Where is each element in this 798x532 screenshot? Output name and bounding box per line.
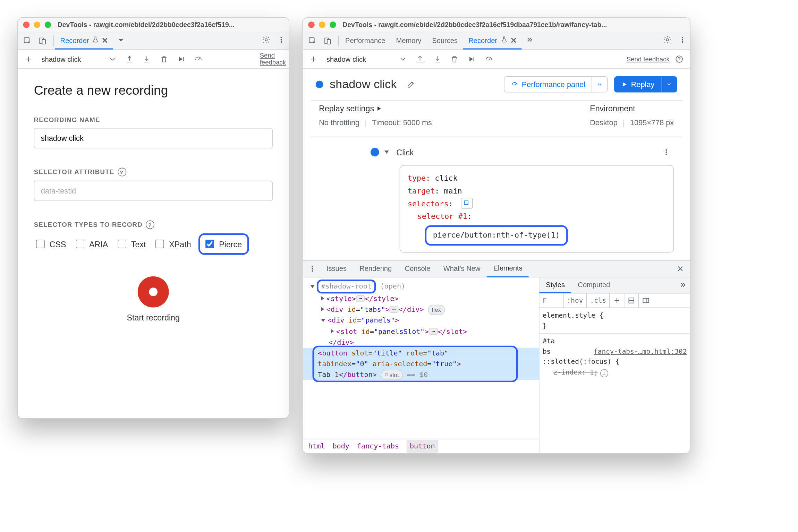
checkbox-text[interactable]: Text [116,238,146,250]
checkbox-xpath[interactable]: XPath [153,238,191,250]
svg-point-4 [265,39,267,41]
breadcrumb-button[interactable]: button [407,440,438,453]
delete-icon[interactable] [447,52,462,67]
chevron-right-icon[interactable] [331,329,334,333]
chevron-down-icon[interactable] [592,77,608,92]
close-tab-icon[interactable] [511,36,516,44]
zoom-window-icon[interactable] [330,22,336,28]
step-over-icon[interactable] [173,52,188,67]
performance-panel-button[interactable]: Performance panel [504,76,608,93]
styles-tab-computed[interactable]: Computed [571,277,617,293]
inspect-element-icon[interactable] [305,33,320,48]
breadcrumb-body[interactable]: body [332,441,349,452]
close-window-icon[interactable] [23,22,30,28]
more-options-icon[interactable] [675,32,690,47]
pick-selector-icon[interactable] [461,198,473,208]
send-feedback-link[interactable]: Send feedback [260,52,286,66]
drawer-more-icon[interactable] [305,261,320,276]
info-icon[interactable]: i [600,369,608,377]
chevron-down-icon[interactable] [310,285,314,288]
drawer-tab-issues[interactable]: Issues [320,261,353,277]
svg-point-13 [682,37,683,38]
settings-gear-icon[interactable] [259,32,274,47]
styles-body[interactable]: element.style { } #ta bs fancy-tabs-…mo.… [540,308,690,453]
edit-title-icon[interactable] [403,77,418,92]
drawer-tab-console[interactable]: Console [398,261,437,277]
delete-icon[interactable] [156,52,171,67]
sidebar-toggle-icon[interactable] [638,293,653,307]
chevron-down-icon[interactable] [321,319,325,322]
styles-tab-styles[interactable]: Styles [540,277,571,293]
tab-recorder[interactable]: Recorder [55,32,113,50]
drawer-tab-rendering[interactable]: Rendering [353,261,398,277]
shadow-root-node[interactable]: #shadow-root [317,280,376,294]
new-recording-icon[interactable] [21,52,36,67]
chevron-right-icon[interactable] [321,296,324,300]
start-recording-button[interactable] [138,276,169,308]
replay-settings-toggle[interactable]: Replay settings [319,104,432,113]
export-icon[interactable] [122,52,137,67]
checkbox-css[interactable]: CSS [34,238,66,250]
styles-toolbar: :hov .cls [540,293,690,308]
selector-value[interactable]: pierce/button:nth-of-type(1) [425,225,568,246]
drawer-tab-elements[interactable]: Elements [487,260,529,277]
more-tabs-icon[interactable] [675,277,690,292]
inspect-element-icon[interactable] [20,33,35,48]
svg-point-6 [281,39,282,40]
recording-selector[interactable]: shadow click [41,55,81,63]
rule-source-link[interactable]: fancy-tabs-…mo.html:302 [594,346,687,357]
export-icon[interactable] [412,52,427,67]
replay-button[interactable]: Replay [614,76,677,93]
device-toolbar-icon[interactable] [35,33,50,48]
dom-tree[interactable]: #shadow-root (open) <style>⋯</style> <di… [303,277,539,453]
tab-memory[interactable]: Memory [391,32,427,50]
import-icon[interactable] [430,52,444,67]
help-icon[interactable] [672,52,687,67]
help-icon[interactable]: ? [118,168,126,177]
svg-point-7 [281,42,282,43]
more-options-icon[interactable] [274,32,289,47]
hov-toggle[interactable]: :hov [563,293,586,307]
more-tabs-icon[interactable] [521,32,536,47]
checkbox-aria[interactable]: ARIA [74,238,108,250]
timeout-value: Timeout: 5000 ms [372,118,432,127]
slow-replay-icon[interactable] [481,52,496,67]
dropdown-icon[interactable] [105,52,120,67]
breadcrumb-fancy-tabs[interactable]: fancy-tabs [357,441,399,452]
dropdown-icon[interactable] [395,52,410,67]
drawer-tab-whatsnew[interactable]: What's New [437,261,487,277]
zoom-window-icon[interactable] [45,22,51,28]
recording-name-input[interactable] [34,128,273,148]
settings-gear-icon[interactable] [660,32,675,47]
help-icon[interactable]: ? [146,221,154,229]
cls-toggle[interactable]: .cls [586,293,610,307]
send-feedback-link[interactable]: Send feedback [627,55,670,63]
import-icon[interactable] [139,52,154,67]
filter-input[interactable] [540,297,563,304]
minimize-window-icon[interactable] [34,22,41,28]
recording-selector[interactable]: shadow click [326,55,366,63]
tab-recorder[interactable]: Recorder [463,32,521,50]
more-tabs-icon[interactable] [113,32,128,47]
tab-label: Recorder [60,36,89,44]
close-drawer-icon[interactable] [673,261,688,276]
flex-badge[interactable]: flex [428,305,445,315]
close-tab-icon[interactable] [102,36,108,44]
step-more-icon[interactable] [659,145,674,160]
computed-toggle-icon[interactable] [624,293,638,307]
tab-performance[interactable]: Performance [340,32,391,50]
selector-attribute-input[interactable] [34,181,273,201]
chevron-right-icon[interactable] [321,307,324,311]
new-recording-icon[interactable] [306,52,321,67]
chevron-down-icon[interactable] [661,77,677,92]
breadcrumb-html[interactable]: html [308,441,325,452]
close-window-icon[interactable] [308,22,315,28]
tab-sources[interactable]: Sources [427,32,463,50]
device-toolbar-icon[interactable] [320,33,335,48]
step-over-icon[interactable] [464,52,479,67]
new-rule-icon[interactable] [609,293,624,307]
checkbox-pierce[interactable]: Pierce [203,238,242,250]
slow-replay-icon[interactable] [191,52,206,67]
chevron-down-icon[interactable] [384,151,389,154]
minimize-window-icon[interactable] [319,22,325,28]
